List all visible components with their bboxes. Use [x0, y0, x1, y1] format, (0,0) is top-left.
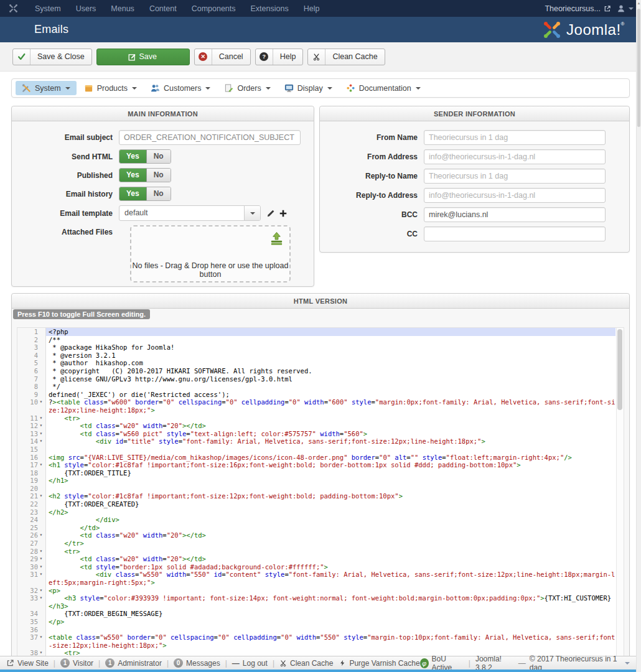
code-line[interactable]: 25 </td>	[17, 524, 615, 532]
hikashop-menu-products[interactable]: Products	[78, 81, 143, 95]
code-line[interactable]: 19</h1>	[17, 477, 615, 485]
help-button[interactable]: ? Help	[255, 49, 304, 65]
email-history-yes[interactable]: Yes	[119, 187, 147, 200]
code-line[interactable]: 36	[17, 626, 615, 634]
edit-template-icon[interactable]	[266, 208, 276, 218]
fold-arrow-icon[interactable]: ▾	[38, 633, 44, 642]
send-html-no[interactable]: No	[147, 150, 171, 163]
from-address-input[interactable]	[424, 149, 606, 164]
hikashop-menu-display[interactable]: Display	[278, 81, 339, 95]
code-line[interactable]: 12▾ <td class="w20" width="20"></td>	[17, 422, 615, 430]
code-line[interactable]: 6 * @copyright (C) 2010-2017 HIKARI SOFT…	[17, 367, 615, 375]
hikashop-menu-documentation[interactable]: Documentation	[340, 81, 427, 95]
code-line[interactable]: 22 {TXT:ORDER_CREATED}	[17, 500, 615, 508]
menu-content[interactable]: Content	[142, 4, 184, 13]
collapse-caret-icon[interactable]	[625, 662, 630, 665]
fold-arrow-icon[interactable]: ▾	[38, 430, 44, 438]
logout-link[interactable]: — Log out	[232, 659, 268, 668]
code-line[interactable]: 27 </tr>	[17, 539, 615, 548]
code-line[interactable]: 3 * @package HikaShop for Joomla!	[17, 343, 615, 352]
messages-status[interactable]: 0 Messages	[174, 658, 220, 668]
upload-icon[interactable]	[269, 231, 284, 249]
menu-extensions[interactable]: Extensions	[243, 4, 296, 13]
window-scrollbar[interactable]: ▲	[636, 0, 641, 672]
code-line[interactable]: 7 * @license GNU/GPLv3 http://www.gnu.or…	[17, 375, 615, 383]
code-line[interactable]: 32▾<p>	[17, 587, 615, 595]
view-site-link[interactable]: View Site	[6, 659, 49, 668]
menu-components[interactable]: Components	[184, 4, 243, 13]
fold-arrow-icon[interactable]: ▾	[38, 492, 44, 500]
email-template-select[interactable]: default	[119, 205, 261, 221]
fold-arrow-icon[interactable]: ▾	[38, 555, 44, 563]
save-button[interactable]: Save	[96, 49, 190, 65]
fold-arrow-icon[interactable]: ▾	[38, 461, 44, 469]
code-line[interactable]: 18 {TXT:ORDER_TITLE}	[17, 469, 615, 477]
fold-arrow-icon[interactable]: ▾	[38, 531, 44, 539]
from-name-input[interactable]	[424, 130, 606, 145]
menu-menus[interactable]: Menus	[103, 4, 142, 13]
code-line[interactable]: 21▾<h2 style="color:#1c8faf !important;f…	[17, 492, 615, 500]
menu-system[interactable]: System	[27, 4, 68, 13]
code-line[interactable]: 37▾<table class="w550" border="0" cellsp…	[17, 633, 615, 649]
joomla-brand-icon[interactable]	[7, 4, 19, 13]
code-editor[interactable]: 1<?php2/**3 * @package HikaShop for Joom…	[17, 327, 624, 666]
code-line[interactable]: 23</h2>	[17, 508, 615, 516]
cc-input[interactable]	[424, 226, 606, 241]
hikashop-menu-customers[interactable]: Customers	[144, 81, 217, 95]
fold-arrow-icon[interactable]: ▾	[38, 587, 44, 595]
code-line[interactable]: 17▾<h1 style="color:#1c8faf !important;f…	[17, 461, 615, 469]
code-line[interactable]: 15	[17, 446, 615, 454]
menu-users[interactable]: Users	[68, 4, 104, 13]
clean-cache-button[interactable]: Clean Cache	[307, 49, 385, 65]
code-line[interactable]: 13▾ <td class="w560 pict" style="text-al…	[17, 430, 615, 438]
email-subject-input[interactable]	[119, 130, 301, 145]
save-close-button[interactable]: Save & Close	[12, 49, 92, 65]
hikashop-menu-system[interactable]: System	[16, 81, 77, 95]
clean-cache-link[interactable]: Clean Cache	[279, 659, 333, 668]
fold-arrow-icon[interactable]: ▾	[38, 563, 44, 571]
scroll-up-arrow-icon[interactable]: ▲	[637, 1, 641, 5]
published-no[interactable]: No	[147, 169, 171, 182]
code-line[interactable]: 11▾ <tr>	[17, 414, 615, 422]
fold-arrow-icon[interactable]: ▾	[38, 398, 44, 406]
code-line[interactable]: 30▾ <td style="border:1px solid #adadad;…	[17, 563, 615, 571]
code-line[interactable]: 16<img src="{VAR:LIVE_SITE}/media/com_hi…	[17, 454, 615, 462]
code-line[interactable]: 28▾ <tr>	[17, 548, 615, 556]
code-line[interactable]: 4 * @version 3.2.1	[17, 352, 615, 360]
code-line[interactable]: 10▾?><table class="w600" border="0" cell…	[17, 398, 615, 414]
purge-varnish-link[interactable]: Purge Varnish Cache	[339, 659, 419, 668]
bcc-input[interactable]	[424, 207, 606, 222]
cancel-button[interactable]: ✕ Cancel	[194, 49, 251, 65]
code-line[interactable]: 31▾ <div class="w550" width="550" id="co…	[17, 571, 615, 586]
code-line[interactable]: 1<?php	[17, 328, 615, 336]
code-line[interactable]: 35</p>	[17, 618, 615, 626]
code-line[interactable]: 9defined('_JEXEC') or die('Restricted ac…	[17, 391, 615, 399]
code-line[interactable]: 24 </div>	[17, 516, 615, 524]
code-line[interactable]: 5 * @author hikashop.com	[17, 359, 615, 367]
send-html-yes[interactable]: Yes	[119, 150, 147, 163]
reply-to-name-input[interactable]	[424, 169, 606, 184]
administrator-status[interactable]: 1 Administrator	[105, 658, 162, 668]
add-template-icon[interactable]	[279, 209, 288, 218]
code-line[interactable]: 26▾ <td class="w20" width="20"></td>	[17, 531, 615, 539]
fold-arrow-icon[interactable]: ▾	[38, 594, 44, 602]
fold-arrow-icon[interactable]: ▾	[38, 414, 44, 422]
user-menu[interactable]	[617, 4, 634, 13]
editor-scrollbar-thumb[interactable]	[617, 329, 622, 410]
visitor-status[interactable]: 1 Visitor	[60, 658, 93, 668]
code-line[interactable]: 34 {TXT:ORDER_BEGIN_MESSAGE}	[17, 610, 615, 618]
fold-arrow-icon[interactable]: ▾	[38, 422, 44, 430]
email-history-no[interactable]: No	[147, 187, 171, 200]
fold-arrow-icon[interactable]: ▾	[38, 437, 44, 446]
hikashop-menu-orders[interactable]: Orders	[218, 81, 276, 95]
window-scrollbar-thumb[interactable]	[637, 9, 640, 127]
file-dropzone[interactable]: No files - Drag & Drop here or use the u…	[130, 225, 291, 282]
published-yes[interactable]: Yes	[119, 169, 147, 182]
menu-help[interactable]: Help	[296, 4, 327, 13]
code-line[interactable]: 8 */	[17, 383, 615, 391]
site-link[interactable]: Theoriecursus...	[545, 4, 611, 13]
fold-arrow-icon[interactable]: ▾	[38, 548, 44, 556]
code-line[interactable]: 14▾ <div id="title" style="font-family: …	[17, 437, 615, 446]
fold-arrow-icon[interactable]: ▾	[38, 571, 44, 579]
code-line[interactable]: 20	[17, 485, 615, 493]
